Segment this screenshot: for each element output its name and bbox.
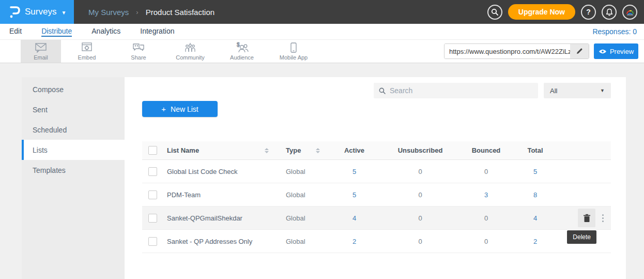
total-count[interactable]: 5 <box>513 168 557 175</box>
channel-email[interactable]: Email <box>21 40 61 63</box>
breadcrumb-separator: › <box>136 8 138 16</box>
channel-label: Embed <box>78 54 96 61</box>
total-count[interactable]: 4 <box>513 214 557 222</box>
row-checkbox[interactable] <box>148 214 157 223</box>
tab-distribute[interactable]: Distribute <box>41 27 72 37</box>
product-switcher[interactable]: Surveys ▼ <box>0 0 74 24</box>
unsubscribed-count[interactable]: 0 <box>381 168 459 175</box>
row-actions: Delete <box>557 209 611 227</box>
embed-window-gear-icon <box>81 42 93 53</box>
table-header-row: List Name Type Active Unsubscribed Bounc… <box>142 141 611 160</box>
column-header-list-name[interactable]: List Name <box>167 146 199 154</box>
column-header-bounced: Bounced <box>459 146 513 154</box>
sidebar-item-label: Lists <box>33 146 48 154</box>
account-menu-button[interactable] <box>622 5 637 20</box>
sidebar-item-templates[interactable]: Templates <box>22 160 125 180</box>
sidebar-item-label: Templates <box>33 166 66 174</box>
list-type-filter-dropdown[interactable]: All ▼ <box>544 83 611 98</box>
column-header-type[interactable]: Type <box>286 146 301 154</box>
total-count[interactable]: 8 <box>513 191 557 199</box>
active-count[interactable]: 4 <box>327 214 381 222</box>
search-input[interactable] <box>390 86 533 95</box>
row-checkbox[interactable] <box>148 190 157 199</box>
tab-edit[interactable]: Edit <box>9 27 22 37</box>
column-header-unsubscribed: Unsubscribed <box>381 146 459 154</box>
table-row: PDM-Team Global 5 0 3 8 <box>142 183 611 207</box>
upgrade-now-button[interactable]: Upgrade Now <box>508 4 575 20</box>
sort-list-name-icon[interactable] <box>265 148 269 153</box>
active-count[interactable]: 5 <box>327 191 381 199</box>
email-lists-table: List Name Type Active Unsubscribed Bounc… <box>142 141 611 253</box>
channel-share[interactable]: Share <box>113 40 164 63</box>
sidebar-item-label: Scheduled <box>33 126 67 134</box>
channel-label: Mobile App <box>280 54 308 61</box>
help-button[interactable]: ? <box>581 5 596 20</box>
trash-icon <box>583 214 591 223</box>
delete-list-button[interactable] <box>578 209 595 227</box>
active-count[interactable]: 2 <box>327 238 381 245</box>
search-icon <box>379 87 386 94</box>
tab-integration[interactable]: Integration <box>140 27 174 37</box>
sidebar-item-sent[interactable]: Sent <box>22 99 125 120</box>
list-type: Global <box>286 168 305 175</box>
row-checkbox[interactable] <box>148 237 157 246</box>
tab-analytics[interactable]: Analytics <box>91 27 120 37</box>
list-type: Global <box>286 191 305 199</box>
email-lists-panel: Compose Sent Scheduled Lists Templates A… <box>22 77 626 279</box>
product-name: Surveys <box>25 7 56 17</box>
channel-embed[interactable]: Embed <box>61 40 113 63</box>
total-count[interactable]: 2 <box>513 238 557 245</box>
sidebar-item-label: Compose <box>33 85 64 94</box>
sidebar-item-compose[interactable]: Compose <box>22 79 125 99</box>
select-all-checkbox[interactable] <box>148 146 157 155</box>
responses-count: Responses: 0 <box>592 27 637 36</box>
list-type: Global <box>286 214 305 222</box>
preview-button[interactable]: Preview <box>594 43 638 59</box>
questionpro-logo-icon <box>9 4 20 20</box>
sidebar-item-scheduled[interactable]: Scheduled <box>22 120 125 140</box>
unsubscribed-count[interactable]: 0 <box>381 191 459 199</box>
survey-url-input[interactable] <box>444 44 570 58</box>
channel-label: Audience <box>230 54 254 61</box>
list-controls: All ▼ <box>374 83 611 98</box>
table-row-hovered: Sanket-QPGmailShekdar Global 4 0 0 4 Del… <box>142 207 611 230</box>
unsubscribed-count[interactable]: 0 <box>381 238 459 245</box>
channel-community[interactable]: Community <box>164 40 216 63</box>
sidebar-item-lists[interactable]: Lists <box>22 140 125 160</box>
active-count[interactable]: 5 <box>327 168 381 175</box>
channel-mobile-app[interactable]: Mobile App <box>268 40 319 63</box>
channel-label: Community <box>176 54 205 61</box>
list-name-link[interactable]: Sanket-QPGmailShekdar <box>167 214 242 222</box>
bounced-count[interactable]: 3 <box>459 191 513 199</box>
bounced-count[interactable]: 0 <box>459 168 513 175</box>
sort-type-icon[interactable] <box>316 148 320 153</box>
list-name-link[interactable]: Global List Code Check <box>167 168 238 175</box>
audience-dollar-people-icon: $ <box>235 42 249 53</box>
list-name-link[interactable]: PDM-Team <box>167 191 201 199</box>
notifications-button[interactable] <box>602 5 617 20</box>
new-list-label: New List <box>171 105 198 113</box>
row-checkbox[interactable] <box>148 167 157 176</box>
distribute-sidebar: Compose Sent Scheduled Lists Templates <box>22 77 125 279</box>
channel-label: Share <box>131 54 146 61</box>
bounced-count[interactable]: 0 <box>459 214 513 222</box>
bell-icon <box>606 8 613 16</box>
list-name-link[interactable]: Sanket - QP Addresses Only <box>167 238 252 245</box>
delete-tooltip: Delete <box>567 230 596 244</box>
bounced-count[interactable]: 0 <box>459 238 513 245</box>
community-people-icon <box>184 42 196 53</box>
unsubscribed-count[interactable]: 0 <box>381 214 459 222</box>
list-search-box <box>374 83 538 98</box>
channel-audience[interactable]: $ Audience <box>216 40 268 63</box>
breadcrumb-my-surveys[interactable]: My Surveys <box>88 8 129 17</box>
new-list-button[interactable]: + New List <box>142 101 218 117</box>
mobile-phone-icon <box>290 42 297 53</box>
chevron-down-icon: ▼ <box>600 88 605 93</box>
column-header-total: Total <box>513 146 557 154</box>
breadcrumb: My Surveys › Product Satisfaction <box>88 0 214 24</box>
table-row: Sanket - QP Addresses Only Global 2 0 0 … <box>142 230 611 253</box>
page-body: Compose Sent Scheduled Lists Templates A… <box>0 63 644 279</box>
edit-url-button[interactable] <box>570 44 589 58</box>
search-button[interactable] <box>487 5 502 20</box>
row-menu-kebab-icon[interactable] <box>600 212 606 224</box>
